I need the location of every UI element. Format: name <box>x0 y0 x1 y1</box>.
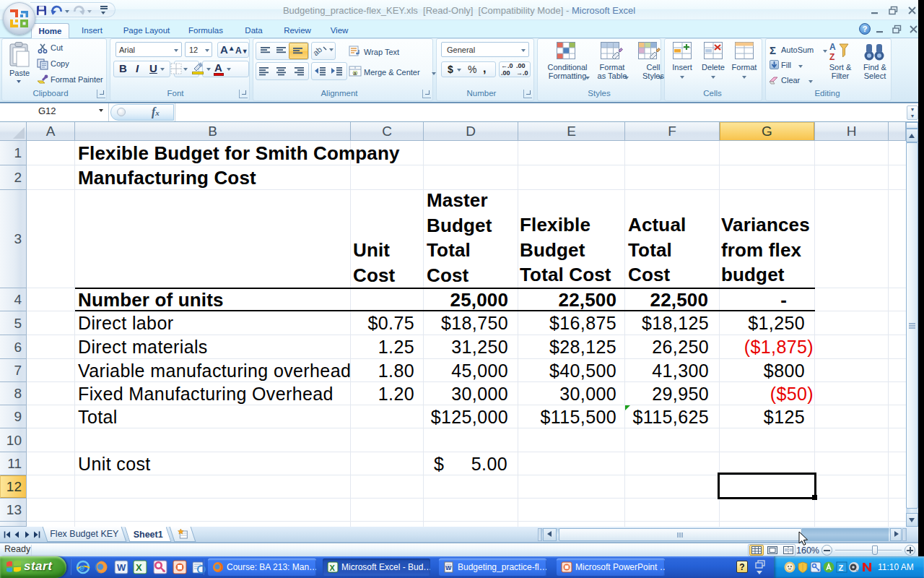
svg-text:ab: ab <box>313 45 323 57</box>
svg-text:Z: Z <box>829 52 834 61</box>
svg-text:X: X <box>136 562 142 573</box>
svg-text:Z: Z <box>839 564 844 572</box>
svg-text:W: W <box>117 562 126 573</box>
svg-text:A: A <box>829 42 836 52</box>
svg-text:W: W <box>445 564 452 571</box>
svg-text:X: X <box>330 564 336 572</box>
svg-text:e: e <box>79 562 84 573</box>
